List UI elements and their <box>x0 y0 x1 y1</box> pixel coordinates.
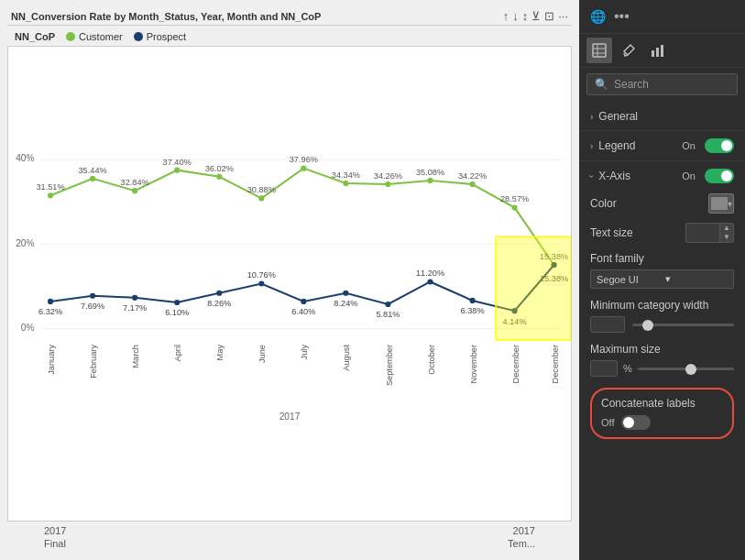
legend-customer-label: Customer <box>79 31 123 42</box>
text-size-down-button[interactable]: ▼ <box>720 233 733 242</box>
legend-toggle-label: On <box>682 140 696 151</box>
min-cat-width-thumb[interactable] <box>642 320 653 331</box>
svg-point-17 <box>512 205 518 211</box>
search-icon: 🔍 <box>595 78 608 91</box>
max-size-slider[interactable] <box>638 368 734 370</box>
svg-text:September: September <box>385 345 394 386</box>
svg-point-42 <box>469 298 475 303</box>
svg-point-13 <box>343 181 348 186</box>
svg-text:35.08%: 35.08% <box>416 168 444 177</box>
color-field-label: Color <box>590 197 701 210</box>
chart-footer-label: Final <box>44 538 66 549</box>
max-size-track <box>638 368 734 370</box>
svg-text:April: April <box>173 345 182 361</box>
svg-text:May: May <box>215 345 225 361</box>
min-cat-width-slider[interactable] <box>632 324 734 326</box>
more-icon[interactable]: ··· <box>558 9 568 23</box>
svg-text:5.81%: 5.81% <box>376 310 400 319</box>
color-swatch[interactable]: ▾ <box>708 193 734 214</box>
font-family-chevron: ▾ <box>665 273 729 285</box>
analytics-icon[interactable] <box>645 38 671 63</box>
legend-prospect-item: Prospect <box>134 31 186 42</box>
legend-toggle[interactable] <box>705 138 734 153</box>
general-label: General <box>598 110 734 123</box>
xaxis-toggle[interactable] <box>705 169 734 183</box>
svg-text:November: November <box>469 345 478 383</box>
top-toolbar: 🌐 ••• <box>579 0 745 34</box>
svg-text:32.84%: 32.84% <box>121 178 149 187</box>
svg-text:6.10%: 6.10% <box>165 308 189 317</box>
svg-text:June: June <box>257 345 267 363</box>
legend-section[interactable]: › Legend On <box>579 133 745 159</box>
sort-asc-icon[interactable]: ↑ <box>503 9 509 23</box>
legend-customer-dot <box>66 32 75 41</box>
chart-footer-partial-year: 2017 <box>513 523 535 538</box>
svg-text:8.24%: 8.24% <box>334 299 357 308</box>
search-box: 🔍 <box>586 73 738 95</box>
svg-text:34.34%: 34.34% <box>332 170 360 180</box>
min-cat-width-label: Minimum category width <box>590 299 734 312</box>
svg-text:February: February <box>89 345 98 379</box>
svg-text:6.32%: 6.32% <box>38 307 62 316</box>
svg-point-40 <box>385 302 390 307</box>
settings-list: › General › Legend On › X-Axis On Color … <box>579 101 745 560</box>
legend-label: Legend <box>598 139 676 152</box>
right-panel: 🌐 ••• 🔍 <box>579 0 745 560</box>
concat-toggle[interactable] <box>621 415 651 430</box>
chart-footer-year: 2017 <box>44 523 66 538</box>
brush-icon[interactable] <box>616 38 641 63</box>
legend-prospect-label: Prospect <box>147 31 186 42</box>
divider-1 <box>579 130 745 131</box>
svg-text:35.44%: 35.44% <box>78 166 106 175</box>
svg-point-16 <box>469 181 475 187</box>
svg-point-15 <box>427 178 433 183</box>
min-cat-width-field-row: Minimum category width <box>579 294 745 316</box>
font-family-select[interactable]: Segoe UI ▾ <box>590 269 734 289</box>
svg-text:October: October <box>427 345 436 375</box>
max-size-unit: % <box>623 363 632 374</box>
svg-point-41 <box>427 279 433 284</box>
chart-title-bar: NN_Conversion Rate by Month_Status, Year… <box>7 7 572 26</box>
text-size-up-button[interactable]: ▲ <box>720 224 733 233</box>
max-size-thumb[interactable] <box>685 364 696 375</box>
svg-text:11.20%: 11.20% <box>416 269 444 278</box>
chart-svg: 40% 20% 0% 31.51% <box>8 47 571 521</box>
text-size-input[interactable]: 11 <box>686 225 719 240</box>
svg-rect-78 <box>656 48 659 57</box>
svg-point-32 <box>48 299 53 304</box>
svg-point-6 <box>48 192 53 198</box>
svg-point-12 <box>301 166 306 171</box>
legend-prospect-dot <box>134 32 143 41</box>
more-options-icon[interactable]: ••• <box>614 8 630 25</box>
globe-icon[interactable]: 🌐 <box>586 5 608 27</box>
max-size-input[interactable]: 25 <box>591 361 617 376</box>
color-field-row: Color ▾ <box>579 189 745 218</box>
legend-chevron: › <box>590 141 593 151</box>
font-family-label: Font family <box>590 252 734 265</box>
svg-text:40%: 40% <box>16 153 34 163</box>
legend-customer-item: Customer <box>66 31 123 42</box>
pin-icon[interactable]: ⊻ <box>531 9 541 23</box>
general-section[interactable]: › General <box>579 104 745 128</box>
xaxis-section[interactable]: › X-Axis On <box>579 163 745 189</box>
search-input[interactable] <box>614 78 729 91</box>
concat-off-label: Off <box>601 417 614 428</box>
sort-desc-icon[interactable]: ↓ <box>512 9 519 23</box>
xaxis-label: X-Axis <box>598 170 676 182</box>
min-cat-width-input-wrap: 20 <box>590 316 625 333</box>
svg-text:34.26%: 34.26% <box>374 171 402 181</box>
max-size-label: Maximum size <box>590 343 734 356</box>
text-size-input-wrap: 11 ▲ ▼ <box>685 223 734 243</box>
table-icon[interactable] <box>586 38 612 63</box>
svg-point-10 <box>216 174 222 180</box>
svg-marker-72 <box>496 236 571 340</box>
svg-text:37.96%: 37.96% <box>290 155 318 164</box>
concat-toggle-knob <box>623 417 634 428</box>
expand-icon[interactable]: ⊡ <box>544 9 554 23</box>
sort-both-icon[interactable]: ↕ <box>522 9 529 23</box>
min-cat-width-input[interactable]: 20 <box>591 317 624 332</box>
xaxis-chevron: › <box>586 174 597 177</box>
svg-point-8 <box>132 188 137 193</box>
concatenate-section: Concatenate labels Off <box>590 388 734 439</box>
svg-text:30.88%: 30.88% <box>247 185 276 194</box>
